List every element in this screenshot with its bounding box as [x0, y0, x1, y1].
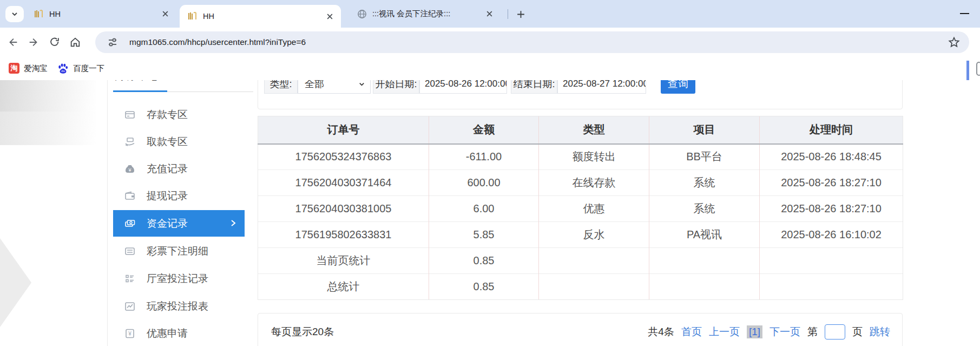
home-button[interactable]: [69, 36, 82, 49]
site-settings-icon[interactable]: [107, 36, 119, 48]
next-page-link[interactable]: 下一页: [769, 325, 800, 339]
end-date-input[interactable]: [557, 80, 646, 94]
promo-apply-icon: ¥: [124, 328, 136, 340]
type-select-value: 全部: [305, 80, 358, 90]
reload-icon: [49, 36, 61, 48]
sidebar-item-room-bet-records[interactable]: 厅室投注记录: [113, 265, 245, 292]
chevron-down-icon: [10, 10, 19, 18]
globe-icon: [357, 9, 367, 19]
query-button[interactable]: 查询: [661, 80, 695, 94]
tab-divider: [508, 9, 508, 19]
tab-title: :::视讯 会员下注纪录:::: [372, 9, 480, 19]
pagination-panel: 每页显示20条 共4条 首页 上一页 [1] 下一页 第 页 跳转: [258, 313, 903, 346]
tab-close-icon[interactable]: [483, 8, 495, 20]
bookmark-label: 百度一下: [73, 63, 104, 74]
cell-amount: 600.00: [429, 170, 539, 196]
reload-button[interactable]: [48, 36, 61, 49]
jump-button[interactable]: 跳转: [870, 325, 890, 339]
col-order-no: 订单号: [258, 116, 429, 144]
tab-strip: HH HH :::视讯 会员下注纪录:::: [0, 0, 980, 28]
sidebar-item-promo-apply[interactable]: ¥ 优惠申请: [113, 320, 245, 346]
start-date-input[interactable]: [419, 80, 507, 94]
filter-panel: 类型: 全部 开始日期: 结束日期: 查询: [258, 80, 903, 109]
cell-order-no: 1756204030371464: [258, 170, 429, 196]
cell-type: 额度转出: [539, 144, 649, 170]
sidebar-left-border: [107, 80, 108, 346]
table-row: 1756204030371464 600.00 在线存款 系统 2025-08-…: [258, 170, 903, 196]
first-page-link[interactable]: 首页: [681, 325, 702, 339]
browser-toolbar: mgm1065.com/hhcp/usercenter.html?iniType…: [0, 28, 980, 56]
bookmark-baidu[interactable]: du 百度一下: [55, 60, 107, 76]
current-page-indicator: [1]: [747, 325, 762, 338]
cell-project: BB平台: [649, 144, 760, 170]
bookmark-star-icon[interactable]: [948, 36, 961, 49]
hh-favicon: [34, 9, 44, 19]
cell-time: 2025-08-26 18:48:45: [760, 144, 903, 170]
tab-hh-2-active[interactable]: HH: [180, 5, 341, 28]
cell-type: 在线存款: [539, 170, 649, 196]
page-jump-input[interactable]: [825, 324, 845, 340]
new-tab-button[interactable]: [513, 7, 528, 21]
sidebar-item-withdrawal-records[interactable]: 提现记录: [113, 182, 245, 209]
tab-video-records[interactable]: :::视讯 会员下注纪录:::: [349, 0, 501, 28]
bookmark-edge-item[interactable]: [966, 61, 969, 80]
end-date-label: 结束日期:: [511, 80, 557, 94]
bookmark-taobao[interactable]: 淘 爱淘宝: [6, 60, 50, 76]
sidebar-item-lottery-bet-detail[interactable]: 彩票下注明细: [113, 238, 245, 264]
tab-close-icon[interactable]: [324, 10, 336, 22]
cell-order-no: 1756204030381005: [258, 196, 429, 222]
sidebar-item-deposit-zone[interactable]: 存款专区: [113, 101, 245, 128]
tab-search-button[interactable]: [5, 6, 24, 22]
url-bar[interactable]: mgm1065.com/hhcp/usercenter.html?iniType…: [95, 31, 969, 53]
browser-window: HH HH :::视讯 会员下注纪录:::: [0, 0, 980, 346]
plus-icon: [516, 10, 525, 19]
url-text[interactable]: mgm1065.com/hhcp/usercenter.html?iniType…: [129, 37, 948, 47]
pager: 共4条 首页 上一页 [1] 下一页 第 页 跳转: [648, 323, 890, 341]
back-button[interactable]: [6, 36, 19, 49]
minimize-button[interactable]: [960, 13, 969, 14]
cell-project: 系统: [649, 170, 760, 196]
cell-time: 2025-08-26 18:27:10: [760, 170, 903, 196]
jump-suffix-label: 页: [852, 325, 863, 339]
col-time: 处理时间: [760, 116, 903, 144]
forward-button[interactable]: [27, 36, 40, 49]
sidebar-item-recharge-records[interactable]: ¥ 充值记录: [113, 155, 245, 182]
watermark-shape: [0, 112, 96, 145]
cell-stats-label: 总统计: [258, 274, 429, 300]
type-select[interactable]: 全部: [298, 80, 371, 94]
page-size-text: 每页显示20条: [271, 325, 334, 339]
sidebar-item-withdraw-zone[interactable]: 取款专区: [113, 128, 245, 155]
cell-amount: 0.85: [429, 274, 539, 300]
deposit-card-icon: [124, 109, 136, 121]
svg-text:du: du: [61, 69, 65, 73]
sidebar-item-fund-records[interactable]: 资金记录: [113, 210, 245, 237]
cell-amount: 6.00: [429, 196, 539, 222]
fund-records-icon: [124, 218, 136, 230]
report-chart-icon: [124, 301, 136, 312]
taobao-icon: 淘: [9, 63, 19, 74]
cell-order-no: 1756195802633831: [258, 222, 429, 248]
sidebar-header-tab[interactable]: 财务中心: [115, 80, 160, 84]
cell-order-no: 1756205324376863: [258, 144, 429, 170]
total-count-text: 共4条: [648, 325, 674, 339]
lottery-detail-icon: [124, 245, 136, 257]
tab-title: HH: [49, 10, 156, 18]
table-header-row: 订单号 金额 类型 项目 处理时间: [258, 116, 903, 144]
tab-close-icon[interactable]: [159, 8, 171, 20]
watermark-shape: [0, 80, 96, 112]
table-row: 1756204030381005 6.00 优惠 系统 2025-08-26 1…: [258, 196, 903, 222]
cell-time: 2025-08-26 18:27:10: [760, 196, 903, 222]
moneybag-icon: ¥: [124, 163, 136, 175]
fund-records-table: 订单号 金额 类型 项目 处理时间 1756205324376863 -611.…: [258, 116, 903, 300]
wallet-icon: [124, 190, 136, 202]
table-row: 1756205324376863 -611.00 额度转出 BB平台 2025-…: [258, 144, 903, 170]
prev-page-link[interactable]: 上一页: [709, 325, 740, 339]
svg-text:¥: ¥: [128, 167, 131, 172]
tab-hh-1[interactable]: HH: [26, 0, 176, 28]
cell-type: 优惠: [539, 196, 649, 222]
home-icon: [69, 36, 81, 48]
cell-project: PA视讯: [649, 222, 760, 248]
sidebar-item-player-bet-report[interactable]: 玩家投注报表: [113, 293, 245, 319]
table-row-total-stats: 总统计 0.85: [258, 274, 903, 300]
chevron-down-icon: [358, 81, 365, 88]
